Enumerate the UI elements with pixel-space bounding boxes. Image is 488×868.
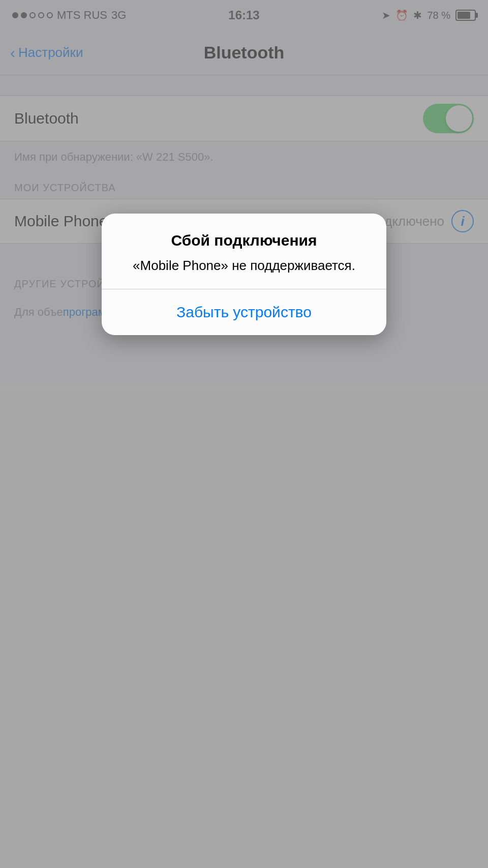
modal-title: Сбой подключения (118, 232, 370, 249)
alert-dialog: Сбой подключения «Mobile Phone» не подде… (102, 214, 386, 335)
modal-content: Сбой подключения «Mobile Phone» не подде… (102, 214, 386, 289)
forget-device-button[interactable]: Забыть устройство (102, 289, 386, 335)
modal-overlay: Сбой подключения «Mobile Phone» не подде… (0, 0, 488, 868)
modal-message: «Mobile Phone» не поддерживается. (118, 256, 370, 275)
